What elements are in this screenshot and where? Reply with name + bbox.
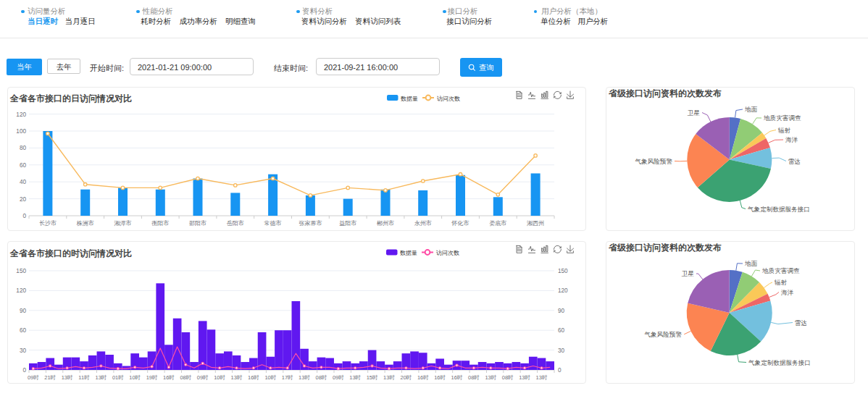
svg-text:90: 90 xyxy=(558,308,565,314)
svg-text:怀化市: 怀化市 xyxy=(451,220,470,227)
svg-text:60: 60 xyxy=(20,327,27,334)
svg-text:卫星: 卫星 xyxy=(688,109,701,117)
svg-text:15时: 15时 xyxy=(367,374,378,381)
svg-text:湘西州: 湘西州 xyxy=(527,220,544,227)
svg-text:气象风险预警: 气象风险预警 xyxy=(635,158,672,165)
svg-text:辐射: 辐射 xyxy=(777,127,791,134)
svg-text:21时: 21时 xyxy=(44,374,56,381)
svg-text:株洲市: 株洲市 xyxy=(76,220,94,227)
svg-text:150: 150 xyxy=(558,268,568,274)
svg-text:访问次数: 访问次数 xyxy=(437,96,460,102)
svg-text:20时: 20时 xyxy=(400,374,412,381)
svg-text:20: 20 xyxy=(20,196,27,203)
svg-text:13时: 13时 xyxy=(485,374,496,381)
svg-text:17时: 17时 xyxy=(282,374,293,381)
svg-text:数据量: 数据量 xyxy=(401,96,418,102)
svg-text:08时: 08时 xyxy=(502,374,514,381)
svg-text:省级接口访问资料的次数发布: 省级接口访问资料的次数发布 xyxy=(609,243,722,253)
svg-text:气象定制数据服务接口: 气象定制数据服务接口 xyxy=(748,359,811,366)
svg-text:访问次数: 访问次数 xyxy=(436,250,459,256)
svg-text:衡阳市: 衡阳市 xyxy=(151,220,169,227)
svg-text:13时: 13时 xyxy=(349,374,361,381)
svg-text:120: 120 xyxy=(558,287,568,294)
svg-text:120: 120 xyxy=(16,287,26,294)
svg-text:0: 0 xyxy=(22,213,26,219)
svg-text:娄底市: 娄底市 xyxy=(489,220,506,227)
svg-text:16时: 16时 xyxy=(163,374,175,381)
svg-text:19时: 19时 xyxy=(146,374,158,381)
svg-text:永州市: 永州市 xyxy=(414,220,432,227)
svg-text:0: 0 xyxy=(22,367,26,374)
svg-text:90: 90 xyxy=(20,308,27,314)
svg-text:80: 80 xyxy=(20,145,27,151)
svg-text:地质灾害调查: 地质灾害调查 xyxy=(761,267,800,274)
svg-text:数据量: 数据量 xyxy=(400,250,417,256)
svg-text:30: 30 xyxy=(20,347,27,354)
svg-text:100: 100 xyxy=(16,128,26,135)
svg-text:08时: 08时 xyxy=(315,374,327,381)
svg-text:全省各市接口的时访问情况对比: 全省各市接口的时访问情况对比 xyxy=(9,248,132,258)
svg-text:卫星: 卫星 xyxy=(682,270,695,277)
svg-text:16时: 16时 xyxy=(451,374,463,381)
svg-text:60: 60 xyxy=(558,327,565,334)
svg-text:16时: 16时 xyxy=(434,374,446,381)
svg-text:13时: 13时 xyxy=(299,374,310,381)
svg-text:海洋: 海洋 xyxy=(781,289,794,296)
svg-text:08时: 08时 xyxy=(180,374,191,381)
svg-text:13时: 13时 xyxy=(519,374,530,381)
svg-text:湘潭市: 湘潭市 xyxy=(114,220,132,227)
svg-text:13时: 13时 xyxy=(383,374,395,381)
svg-text:09时: 09时 xyxy=(197,374,209,381)
svg-text:辐射: 辐射 xyxy=(774,279,788,286)
svg-text:40: 40 xyxy=(20,179,27,185)
svg-text:省级接口访问资料的次数发布: 省级接口访问资料的次数发布 xyxy=(609,88,722,98)
svg-text:张家界市: 张家界市 xyxy=(299,220,322,227)
svg-text:邵阳市: 邵阳市 xyxy=(189,220,206,227)
svg-text:11时: 11时 xyxy=(78,374,90,381)
svg-text:30: 30 xyxy=(558,347,565,354)
svg-text:13时: 13时 xyxy=(231,374,243,381)
svg-text:雷达: 雷达 xyxy=(795,319,807,327)
svg-text:地质灾害调查: 地质灾害调查 xyxy=(763,114,801,122)
svg-text:常德市: 常德市 xyxy=(264,220,282,227)
svg-text:16时: 16时 xyxy=(417,374,429,381)
svg-text:16时: 16时 xyxy=(248,374,259,381)
svg-text:09时: 09时 xyxy=(28,374,39,381)
svg-text:60: 60 xyxy=(20,162,27,169)
svg-text:气象定制数据服务接口: 气象定制数据服务接口 xyxy=(748,206,810,213)
svg-text:10时: 10时 xyxy=(214,374,225,381)
svg-text:150: 150 xyxy=(16,268,26,274)
svg-text:郴州市: 郴州市 xyxy=(377,220,394,227)
svg-text:09时: 09时 xyxy=(333,374,344,381)
svg-text:0: 0 xyxy=(558,367,562,374)
svg-text:13时: 13时 xyxy=(95,374,107,381)
svg-text:10时: 10时 xyxy=(129,374,141,381)
svg-text:海洋: 海洋 xyxy=(785,136,798,143)
svg-text:地面: 地面 xyxy=(744,106,758,113)
svg-text:雷达: 雷达 xyxy=(788,158,801,165)
svg-text:长沙市: 长沙市 xyxy=(39,220,57,227)
svg-text:01时: 01时 xyxy=(112,374,124,381)
svg-text:10时: 10时 xyxy=(264,374,276,381)
svg-text:08时: 08时 xyxy=(468,374,480,381)
svg-text:益阳市: 益阳市 xyxy=(339,220,356,227)
svg-text:13时: 13时 xyxy=(536,374,548,381)
svg-text:气象风险预警: 气象风险预警 xyxy=(644,331,682,338)
svg-text:13时: 13时 xyxy=(62,374,73,381)
svg-text:地面: 地面 xyxy=(744,260,758,267)
svg-text:120: 120 xyxy=(16,111,26,118)
svg-text:全省各市接口的日访问情况对比: 全省各市接口的日访问情况对比 xyxy=(9,93,132,104)
svg-text:岳阳市: 岳阳市 xyxy=(227,220,244,227)
